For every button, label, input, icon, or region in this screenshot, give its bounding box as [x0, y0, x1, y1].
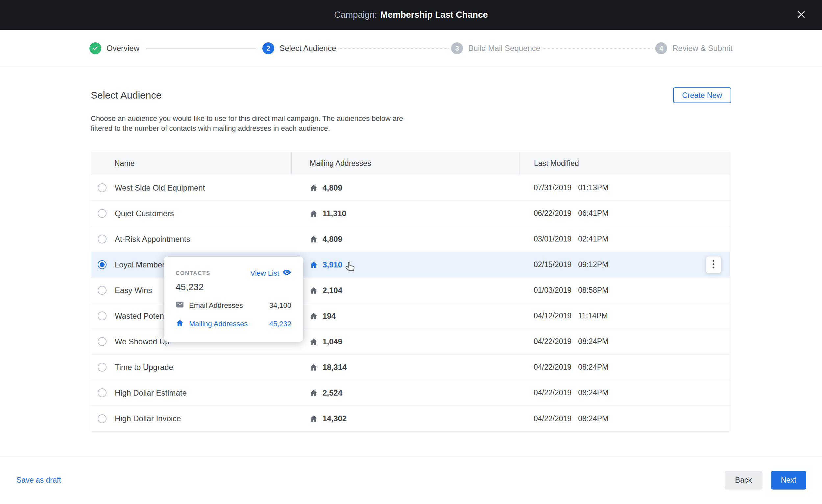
table-row[interactable]: High Dollar Estimate 2,524 04/22/2019 08… — [91, 380, 730, 406]
audience-name: At-Risk Appointments — [115, 235, 190, 244]
mailing-count: 194 — [323, 311, 336, 321]
back-button[interactable]: Back — [725, 471, 763, 490]
audience-radio[interactable] — [98, 235, 106, 243]
stepper-connector — [339, 48, 448, 49]
page-title: Campaign:Membership Last Chance — [334, 10, 488, 20]
modified-time: 09:12PM — [578, 260, 608, 269]
audience-radio[interactable] — [98, 311, 106, 320]
audience-name: Loyal Members — [115, 260, 169, 269]
view-list-label: View List — [250, 269, 279, 278]
mailing-addresses-value: 45,232 — [269, 320, 291, 328]
contacts-label: CONTACTS — [175, 270, 211, 277]
close-icon — [796, 10, 806, 20]
house-icon — [309, 184, 318, 192]
step-build-mail-sequence[interactable]: 3 Build Mail Sequence — [451, 42, 540, 54]
step-select-audience[interactable]: 2 Select Audience — [263, 42, 336, 54]
mailing-addresses-row: Mailing Addresses 45,232 — [175, 319, 291, 329]
main-content: Select Audience Create New Choose an aud… — [91, 67, 731, 432]
modified-time: 08:58PM — [578, 286, 608, 295]
table-row[interactable]: West Side Old Equipment 4,809 07/31/2019… — [91, 175, 730, 201]
modified-time: 08:24PM — [578, 414, 608, 423]
save-as-draft-link[interactable]: Save as draft — [16, 476, 61, 485]
house-icon — [309, 286, 318, 295]
step-label: Review & Submit — [673, 44, 733, 53]
audience-name: Quiet Customers — [115, 209, 174, 218]
house-icon — [175, 319, 184, 329]
modified-date: 04/22/2019 — [534, 363, 571, 372]
audience-name: West Side Old Equipment — [115, 183, 205, 193]
wizard-footer: Save as draft Back Next — [0, 456, 822, 504]
audience-name: Time to Upgrade — [115, 363, 173, 372]
mailing-count: 2,524 — [323, 388, 342, 398]
modified-date: 06/22/2019 — [534, 209, 571, 218]
column-header-mailing-addresses: Mailing Addresses — [291, 152, 519, 175]
modified-time: 08:24PM — [578, 363, 608, 372]
house-icon — [309, 389, 318, 397]
modified-date: 02/15/2019 — [534, 260, 571, 269]
mailing-addresses-label[interactable]: Mailing Addresses — [189, 320, 248, 328]
modified-date: 04/22/2019 — [534, 337, 571, 346]
check-icon — [89, 42, 101, 54]
description-line: filtered to the number of contacts with … — [91, 124, 731, 133]
campaign-title-prefix: Campaign: — [334, 10, 377, 20]
audience-radio[interactable] — [98, 388, 106, 397]
mailing-count: 11,310 — [323, 209, 346, 218]
envelope-icon — [175, 300, 184, 311]
mailing-count-link[interactable]: 3,910 — [323, 260, 342, 269]
column-header-name: Name — [91, 152, 291, 175]
section-description: Choose an audience you would like to use… — [91, 114, 731, 133]
table-row[interactable]: High Dollar Invoice 14,302 04/22/2019 08… — [91, 406, 730, 431]
audience-radio[interactable] — [98, 286, 106, 295]
table-row[interactable]: At-Risk Appointments 4,809 03/01/2019 02… — [91, 226, 730, 252]
stepper-connector — [543, 48, 653, 49]
create-new-button[interactable]: Create New — [673, 87, 731, 103]
audience-radio[interactable] — [98, 363, 106, 372]
modified-time: 11:14PM — [578, 311, 607, 320]
mailing-count: 1,049 — [323, 337, 342, 346]
contacts-count: 45,232 — [175, 282, 291, 292]
modified-date: 01/03/2019 — [534, 286, 571, 295]
eye-icon — [283, 268, 291, 279]
modified-time: 02:41PM — [578, 235, 608, 243]
modified-date: 07/31/2019 — [534, 183, 571, 192]
house-icon — [309, 312, 318, 320]
mailing-count: 14,302 — [323, 414, 347, 423]
campaign-wizard-page: Campaign:Membership Last Chance Overview… — [0, 0, 822, 504]
view-list-link[interactable]: View List — [250, 268, 291, 279]
step-number: 4 — [655, 42, 667, 54]
email-addresses-row: Email Addresses 34,100 — [175, 300, 291, 311]
kebab-menu-button[interactable] — [706, 256, 721, 273]
audience-radio[interactable] — [98, 337, 106, 346]
section-heading: Select Audience — [91, 90, 161, 101]
step-number: 3 — [451, 42, 463, 54]
modified-time: 06:41PM — [578, 209, 608, 218]
step-label: Build Mail Sequence — [468, 44, 540, 53]
stepper-connector — [146, 48, 256, 49]
table-row[interactable]: Time to Upgrade 18,314 04/22/2019 08:24P… — [91, 355, 730, 380]
close-button[interactable] — [794, 8, 809, 23]
audience-name: We Showed Up — [115, 337, 169, 346]
audience-radio[interactable] — [98, 209, 106, 218]
audience-name: Easy Wins — [115, 286, 152, 295]
step-review-submit[interactable]: 4 Review & Submit — [655, 42, 733, 54]
wizard-stepper: Overview 2 Select Audience 3 Build Mail … — [0, 30, 822, 67]
mailing-count: 18,314 — [323, 363, 347, 372]
table-row[interactable]: Quiet Customers 11,310 06/22/2019 06:41P… — [91, 201, 730, 226]
email-addresses-label: Email Addresses — [189, 301, 243, 310]
step-number: 2 — [263, 42, 274, 54]
audience-name: High Dollar Invoice — [115, 414, 181, 423]
audience-radio[interactable] — [98, 414, 106, 423]
modified-time: 01:13PM — [578, 183, 608, 192]
house-icon — [309, 209, 318, 218]
campaign-title: Membership Last Chance — [380, 10, 488, 20]
audience-radio[interactable] — [98, 183, 106, 192]
mailing-count: 2,104 — [323, 286, 342, 295]
description-line: Choose an audience you would like to use… — [91, 114, 731, 124]
mailing-count: 4,809 — [323, 235, 342, 244]
audience-radio-checked[interactable] — [98, 260, 106, 269]
step-label: Overview — [106, 44, 139, 53]
step-label: Select Audience — [280, 44, 336, 53]
next-button[interactable]: Next — [771, 471, 806, 490]
step-overview[interactable]: Overview — [89, 42, 139, 54]
house-icon — [309, 235, 318, 243]
